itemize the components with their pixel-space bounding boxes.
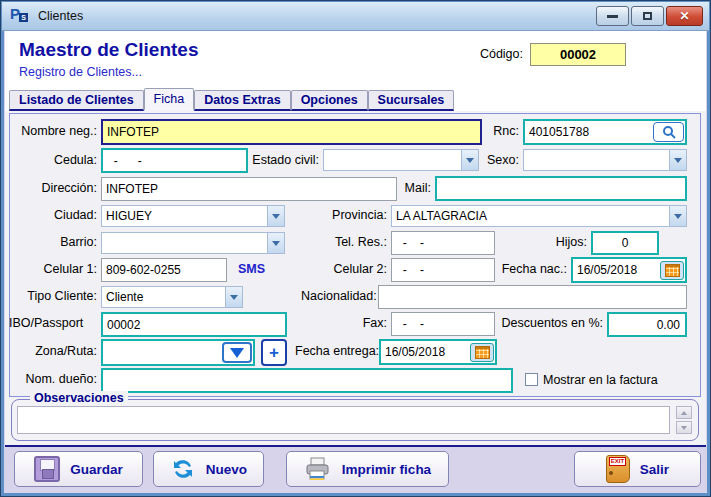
zona-ruta-input[interactable] bbox=[103, 346, 222, 360]
fecha-entrega-field-wrap bbox=[379, 339, 497, 365]
divider bbox=[5, 445, 706, 447]
tel-res-input[interactable] bbox=[392, 236, 494, 250]
ciudad-label: Ciudad: bbox=[9, 208, 97, 222]
descuentos-input[interactable] bbox=[609, 318, 685, 332]
codigo-label: Código: bbox=[435, 47, 523, 61]
nom-dueno-input[interactable] bbox=[103, 374, 511, 388]
sexo-dropdown-button[interactable] bbox=[669, 150, 686, 170]
provincia-label: Provincia: bbox=[319, 208, 387, 222]
clientes-window: PS Clientes ✕ Maestro de Clientes Regist… bbox=[0, 0, 711, 497]
chevron-down-icon bbox=[674, 214, 682, 219]
cedula-label: Cedula: bbox=[9, 153, 97, 167]
celular1-label: Celular 1: bbox=[9, 262, 97, 276]
sexo-label: Sexo: bbox=[479, 153, 519, 167]
tab-sucursales[interactable]: Sucursales bbox=[368, 90, 455, 111]
mostrar-factura-checkbox[interactable] bbox=[525, 373, 538, 386]
mail-input[interactable] bbox=[437, 182, 685, 196]
nom-dueno-label: Nom. dueño: bbox=[9, 372, 97, 386]
window-title: Clientes bbox=[38, 9, 83, 23]
chevron-down-icon bbox=[466, 158, 474, 163]
sexo-select[interactable] bbox=[523, 149, 687, 171]
mail-field-wrap bbox=[435, 176, 687, 201]
plus-icon: + bbox=[269, 343, 279, 363]
zona-ruta-field-wrap bbox=[101, 339, 255, 366]
nacionalidad-input[interactable] bbox=[379, 290, 686, 304]
maximize-button[interactable] bbox=[631, 6, 664, 26]
app-icon: PS bbox=[10, 7, 30, 25]
descuentos-field-wrap bbox=[607, 312, 687, 337]
close-icon: ✕ bbox=[679, 9, 689, 23]
title-bar[interactable]: PS Clientes ✕ bbox=[2, 2, 709, 31]
observaciones-textarea[interactable] bbox=[18, 407, 669, 433]
codigo-value: 00002 bbox=[530, 43, 626, 66]
scroll-up-button[interactable] bbox=[676, 406, 692, 419]
tab-strip: Listado de Clientes Ficha Datos Extras O… bbox=[9, 88, 454, 111]
maximize-icon bbox=[643, 12, 652, 20]
celular2-label: Celular 2: bbox=[319, 262, 387, 276]
estado-civil-label: Estado civil: bbox=[249, 153, 319, 167]
ciudad-select[interactable]: HIGUEY bbox=[101, 205, 285, 227]
fecha-nac-field-wrap bbox=[571, 257, 687, 283]
page-title: Maestro de Clientes bbox=[19, 39, 199, 61]
scroll-down-button[interactable] bbox=[676, 421, 692, 434]
provincia-dropdown-button[interactable] bbox=[669, 206, 686, 226]
celular2-field-wrap bbox=[391, 258, 495, 282]
nom-dueno-field-wrap bbox=[101, 368, 513, 393]
descuentos-label: Descuentos en %: bbox=[499, 316, 603, 330]
fecha-nac-input[interactable] bbox=[573, 263, 660, 277]
tipo-cliente-select[interactable]: Cliente bbox=[101, 286, 243, 308]
search-icon bbox=[662, 125, 676, 139]
fecha-nac-calendar-button[interactable] bbox=[660, 261, 684, 280]
calendar-icon bbox=[665, 264, 680, 277]
estado-civil-dropdown-button[interactable] bbox=[461, 150, 478, 170]
zona-ruta-add-button[interactable]: + bbox=[261, 339, 287, 366]
mostrar-factura-label: Mostrar en la factura bbox=[543, 373, 673, 387]
rnc-label: Rnc: bbox=[485, 124, 519, 138]
printer-icon bbox=[304, 457, 332, 481]
hijos-input[interactable] bbox=[593, 236, 657, 250]
minimize-icon bbox=[607, 15, 618, 18]
save-floppy-icon bbox=[34, 456, 60, 482]
nombre-input[interactable] bbox=[103, 125, 480, 139]
chevron-down-icon bbox=[230, 295, 238, 300]
rnc-input[interactable] bbox=[525, 125, 653, 139]
nacionalidad-label: Nacionalidad: bbox=[301, 289, 374, 303]
nuevo-button[interactable]: Nuevo bbox=[153, 451, 264, 487]
ciudad-dropdown-button[interactable] bbox=[267, 206, 284, 226]
celular1-input[interactable] bbox=[102, 263, 226, 277]
direccion-input[interactable] bbox=[102, 182, 396, 196]
estado-civil-select[interactable] bbox=[323, 149, 479, 171]
rnc-search-button[interactable] bbox=[653, 122, 684, 142]
celular2-input[interactable] bbox=[392, 263, 494, 277]
close-button[interactable]: ✕ bbox=[666, 6, 703, 26]
refresh-icon bbox=[170, 456, 196, 482]
tab-listado-de-clientes[interactable]: Listado de Clientes bbox=[9, 90, 144, 111]
barrio-dropdown-button[interactable] bbox=[267, 233, 284, 253]
mail-label: Mail: bbox=[397, 181, 431, 195]
tab-opciones[interactable]: Opciones bbox=[291, 90, 368, 111]
fax-input[interactable] bbox=[392, 317, 494, 331]
sms-link[interactable]: SMS bbox=[238, 262, 265, 276]
ibo-field-wrap bbox=[101, 312, 287, 337]
exit-door-icon: EXIT bbox=[606, 455, 630, 483]
salir-button[interactable]: EXIT Salir bbox=[574, 451, 701, 487]
calendar-icon bbox=[475, 346, 490, 359]
zona-ruta-dropdown-button[interactable] bbox=[222, 342, 252, 363]
direccion-field-wrap bbox=[101, 177, 397, 201]
nacionalidad-field-wrap bbox=[378, 285, 687, 309]
minimize-button[interactable] bbox=[596, 6, 629, 26]
imprimir-ficha-button[interactable]: Imprimir ficha bbox=[286, 451, 449, 487]
fecha-entrega-calendar-button[interactable] bbox=[470, 343, 494, 362]
ibo-input[interactable] bbox=[103, 318, 285, 332]
fecha-entrega-input[interactable] bbox=[381, 345, 470, 359]
guardar-button[interactable]: Guardar bbox=[14, 451, 143, 487]
provincia-select[interactable]: LA ALTAGRACIA bbox=[391, 205, 687, 227]
observaciones-group: Observaciones bbox=[11, 399, 699, 441]
cedula-input[interactable] bbox=[103, 154, 246, 168]
barrio-select[interactable] bbox=[101, 232, 285, 254]
tipo-cliente-dropdown-button[interactable] bbox=[225, 287, 242, 307]
tab-datos-extras[interactable]: Datos Extras bbox=[194, 90, 290, 111]
observaciones-label: Observaciones bbox=[30, 391, 128, 405]
tab-ficha[interactable]: Ficha bbox=[144, 88, 195, 111]
direccion-label: Dirección: bbox=[9, 181, 97, 195]
